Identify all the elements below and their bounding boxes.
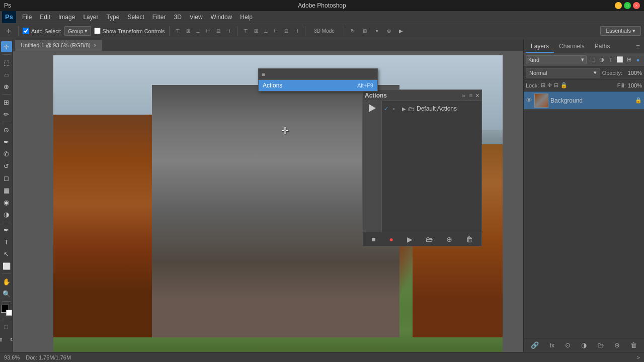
warp-icon[interactable]: ✦ bbox=[372, 27, 381, 36]
menu-window[interactable]: Window bbox=[207, 13, 236, 22]
pen-tool[interactable]: ✒ bbox=[1, 224, 12, 235]
dist-top-icon[interactable]: ⊤ bbox=[242, 27, 251, 36]
menu-help[interactable]: Help bbox=[236, 13, 257, 22]
color-swatch-group[interactable] bbox=[1, 305, 12, 316]
add-mask-icon[interactable]: ⊙ bbox=[563, 340, 573, 350]
panel-menu-icon[interactable]: ≡ bbox=[634, 41, 642, 53]
play-triangle-icon[interactable] bbox=[369, 104, 376, 112]
hand-tool[interactable]: ✋ bbox=[1, 276, 12, 287]
dodge-tool[interactable]: ◑ bbox=[1, 209, 12, 220]
dist-left-icon[interactable]: ⊢ bbox=[272, 27, 281, 36]
tab-paths[interactable]: Paths bbox=[590, 41, 615, 53]
filter-type-icon[interactable]: T bbox=[607, 56, 615, 64]
lock-artboard-icon[interactable]: ⊟ bbox=[554, 82, 558, 88]
align-right-icon[interactable]: ⊣ bbox=[224, 27, 233, 36]
filter-smart-icon[interactable]: ⊞ bbox=[625, 56, 633, 64]
layer-style-icon[interactable]: fx bbox=[547, 340, 556, 350]
rotate-icon[interactable]: ↻ bbox=[348, 27, 357, 36]
move-tool-icon[interactable]: ✛ bbox=[3, 26, 14, 37]
actions-menu-btn[interactable]: ≡ bbox=[468, 93, 473, 99]
gradient-tool[interactable]: ▦ bbox=[1, 185, 12, 196]
actions-record-btn[interactable]: ● bbox=[387, 234, 395, 244]
filter-toggle-icon[interactable]: ● bbox=[634, 56, 642, 64]
maximize-button[interactable]: □ bbox=[624, 2, 631, 9]
fill-value[interactable]: 100% bbox=[628, 82, 642, 88]
lock-all-icon[interactable]: 🔒 bbox=[560, 82, 568, 88]
menu-view[interactable]: View bbox=[186, 13, 207, 22]
lock-position-icon[interactable]: ✛ bbox=[547, 82, 552, 88]
dist-vcenter-icon[interactable]: ⊞ bbox=[252, 27, 261, 36]
screen-mode-button[interactable]: ⊞ bbox=[0, 334, 6, 345]
filter-adjustment-icon[interactable]: ◑ bbox=[598, 56, 606, 64]
actions-delete-btn[interactable]: 🗑 bbox=[464, 234, 475, 244]
clone-stamp-tool[interactable]: ✆ bbox=[1, 148, 12, 159]
show-transform-checkbox[interactable]: Show Transform Controls bbox=[94, 28, 165, 34]
transform-icon[interactable]: ⊞ bbox=[360, 27, 369, 36]
video-icon[interactable]: ▶ bbox=[396, 27, 406, 36]
new-group-icon[interactable]: 🗁 bbox=[595, 340, 606, 350]
3d-mode-icon[interactable]: 3D Mode bbox=[309, 27, 340, 36]
history-brush-tool[interactable]: ↺ bbox=[1, 160, 12, 171]
layer-item[interactable]: 👁 Background 🔒 bbox=[524, 92, 644, 110]
actions-play-button[interactable] bbox=[363, 101, 382, 232]
menu-filter[interactable]: Filter bbox=[148, 13, 170, 22]
document-tab[interactable]: Untitled-1 @ 93.6% (RGB/8) × bbox=[15, 40, 102, 51]
layer-visibility-icon[interactable]: 👁 bbox=[526, 97, 532, 104]
spot-healing-tool[interactable]: ⊙ bbox=[1, 124, 12, 135]
actions-stop-btn[interactable]: ■ bbox=[369, 234, 377, 244]
essentials-button[interactable]: Essentials ▾ bbox=[600, 26, 641, 36]
auto-select-dropdown[interactable]: Group ▾ bbox=[64, 26, 91, 36]
new-adjustment-icon[interactable]: ◑ bbox=[579, 340, 589, 350]
align-vcenter-icon[interactable]: ⊞ bbox=[184, 27, 193, 36]
selection-tool[interactable]: ⬚ bbox=[1, 57, 12, 68]
shape-tool[interactable]: ⬜ bbox=[1, 260, 12, 272]
auto-select-input[interactable] bbox=[23, 28, 29, 34]
blend-mode-dropdown[interactable]: Normal ▾ bbox=[526, 68, 600, 77]
menu-image[interactable]: Image bbox=[54, 13, 79, 22]
tab-layers[interactable]: Layers bbox=[526, 41, 554, 53]
background-color[interactable] bbox=[6, 310, 12, 316]
layer-kind-dropdown[interactable]: Kind ▾ bbox=[526, 55, 587, 64]
default-actions-row[interactable]: ✓ ▪ ▶ 🗁 Default Actions bbox=[382, 103, 481, 114]
actions-new-action-btn[interactable]: ⊕ bbox=[444, 234, 454, 244]
document-close-icon[interactable]: × bbox=[94, 43, 97, 48]
zoom-tool[interactable]: 🔍 bbox=[1, 288, 12, 299]
path-select-tool[interactable]: ↖ bbox=[1, 248, 12, 259]
menu-layer[interactable]: Layer bbox=[79, 13, 102, 22]
link-layers-icon[interactable]: 🔗 bbox=[529, 340, 541, 350]
eraser-tool[interactable]: ◻ bbox=[1, 172, 12, 184]
filter-pixel-icon[interactable]: ⬚ bbox=[589, 56, 597, 64]
menu-file[interactable]: File bbox=[18, 13, 36, 22]
brush-tool[interactable]: ✒ bbox=[1, 136, 12, 147]
status-more-arrow[interactable]: > bbox=[637, 354, 640, 360]
minimize-button[interactable]: − bbox=[615, 2, 622, 9]
close-button[interactable]: × bbox=[633, 2, 640, 9]
auto-select-checkbox[interactable]: Auto-Select: bbox=[23, 28, 61, 34]
filter-shape-icon[interactable]: ⬜ bbox=[616, 56, 624, 64]
menu-edit[interactable]: Edit bbox=[36, 13, 54, 22]
align-top-icon[interactable]: ⊤ bbox=[174, 27, 183, 36]
text-tool[interactable]: T bbox=[1, 236, 12, 247]
actions-play-btn2[interactable]: ▶ bbox=[405, 234, 415, 244]
actions-new-set-btn[interactable]: 🗁 bbox=[424, 234, 435, 244]
delete-layer-icon[interactable]: 🗑 bbox=[628, 340, 639, 350]
dist-right-icon[interactable]: ⊣ bbox=[292, 27, 301, 36]
quick-mask-button[interactable]: ⬚ bbox=[1, 321, 12, 332]
actions-menu-item[interactable]: Actions Alt+F9 bbox=[259, 80, 377, 91]
crop-tool[interactable]: ⊞ bbox=[1, 97, 12, 108]
actions-expand-icon[interactable]: » bbox=[461, 93, 466, 99]
menu-type[interactable]: Type bbox=[102, 13, 123, 22]
move-tool[interactable]: ✛ bbox=[1, 41, 12, 52]
eyedropper-tool[interactable]: ✏ bbox=[1, 109, 12, 120]
quick-select-tool[interactable]: ⊕ bbox=[1, 81, 12, 92]
lasso-tool[interactable]: ⌓ bbox=[1, 69, 12, 80]
actions-close-btn[interactable]: × bbox=[475, 92, 479, 99]
align-left-icon[interactable]: ⊢ bbox=[204, 27, 213, 36]
menu-select[interactable]: Select bbox=[123, 13, 148, 22]
dist-bottom-icon[interactable]: ⊥ bbox=[262, 27, 271, 36]
ruler-icon[interactable]: ⊕ bbox=[384, 27, 393, 36]
dist-hcenter-icon[interactable]: ⊟ bbox=[282, 27, 291, 36]
opacity-value[interactable]: 100% bbox=[624, 70, 642, 76]
align-hcenter-icon[interactable]: ⊟ bbox=[214, 27, 223, 36]
rotate-view-button[interactable]: ↻ bbox=[7, 334, 13, 345]
